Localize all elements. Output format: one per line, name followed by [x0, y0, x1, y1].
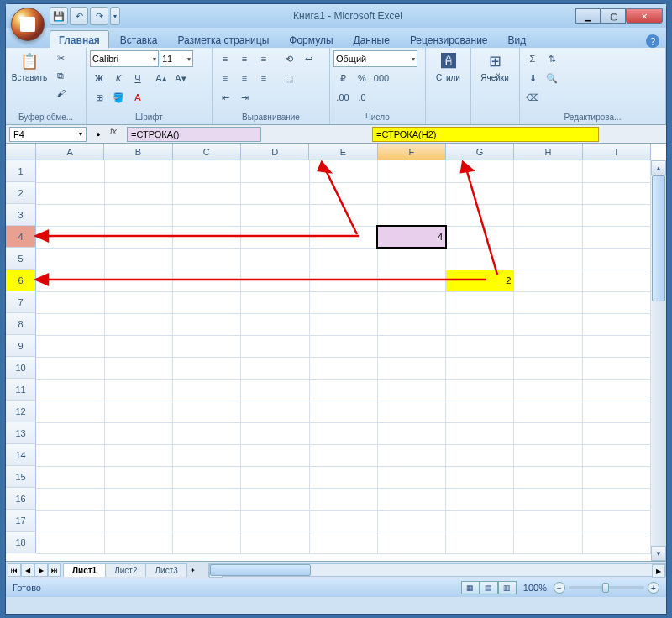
fill-button[interactable]: ⬇ — [523, 70, 542, 86]
new-sheet-button[interactable]: ✦ — [186, 563, 200, 577]
row-header-5[interactable]: 5 — [6, 248, 36, 270]
decrease-decimal-button[interactable]: .0 — [353, 89, 371, 106]
row-header-4[interactable]: 4 — [6, 226, 36, 248]
col-header-c[interactable]: C — [173, 144, 241, 160]
zoom-in-button[interactable]: + — [648, 582, 659, 594]
row-header-9[interactable]: 9 — [6, 335, 36, 357]
horizontal-scrollbar[interactable]: ◀ ▶ — [208, 563, 666, 577]
align-top-button[interactable]: ≡ — [216, 50, 234, 67]
tab-insert[interactable]: Вставка — [111, 30, 167, 48]
row-header-7[interactable]: 7 — [6, 291, 36, 313]
row-header-10[interactable]: 10 — [6, 357, 36, 379]
cell-g6[interactable]: 2 — [446, 270, 514, 291]
decrease-indent-button[interactable]: ⇤ — [216, 89, 234, 106]
cut-button[interactable]: ✂ — [51, 50, 70, 66]
fx-button[interactable]: fx — [110, 127, 125, 142]
close-button[interactable]: ✕ — [626, 8, 663, 24]
save-button[interactable]: 💾 — [50, 7, 68, 25]
row-header-18[interactable]: 18 — [6, 532, 36, 553]
paste-button[interactable]: 📋 Вставить — [9, 50, 50, 112]
maximize-button[interactable]: ▢ — [601, 8, 626, 24]
hscroll-right[interactable]: ▶ — [652, 564, 665, 578]
row-header-2[interactable]: 2 — [6, 182, 36, 204]
orientation-button[interactable]: ⟲ — [280, 50, 298, 67]
italic-button[interactable]: К — [109, 70, 128, 86]
tab-page-layout[interactable]: Разметка страницы — [168, 30, 278, 48]
select-all-corner[interactable] — [6, 144, 36, 160]
sheet-nav-prev[interactable]: ◀ — [21, 563, 34, 577]
copy-button[interactable]: ⧉ — [51, 67, 70, 84]
underline-button[interactable]: Ч — [129, 70, 147, 86]
cells-button[interactable]: ⊞ Ячейки — [475, 50, 515, 121]
borders-button[interactable]: ⊞ — [90, 89, 108, 106]
row-header-12[interactable]: 12 — [6, 401, 36, 422]
comma-button[interactable]: 000 — [372, 70, 391, 86]
sheet-tab-3[interactable]: Лист3 — [145, 563, 186, 577]
col-header-g[interactable]: G — [446, 144, 514, 160]
sort-filter-button[interactable]: ⇅ — [543, 50, 561, 67]
row-header-3[interactable]: 3 — [6, 204, 36, 226]
align-middle-button[interactable]: ≡ — [235, 50, 254, 67]
col-header-e[interactable]: E — [309, 144, 377, 160]
align-center-button[interactable]: ≡ — [235, 70, 254, 86]
zoom-out-button[interactable]: − — [554, 582, 565, 594]
view-pagebreak-button[interactable]: ▥ — [498, 581, 517, 594]
col-header-a[interactable]: A — [36, 144, 104, 160]
row-header-17[interactable]: 17 — [6, 510, 36, 532]
scroll-up-button[interactable]: ▲ — [651, 160, 666, 175]
col-header-i[interactable]: I — [583, 144, 651, 160]
redo-button[interactable]: ↷ — [90, 7, 108, 25]
tab-view[interactable]: Вид — [499, 30, 536, 48]
row-header-15[interactable]: 15 — [6, 466, 36, 488]
view-normal-button[interactable]: ▦ — [461, 581, 480, 594]
zoom-slider[interactable] — [569, 586, 644, 589]
fill-color-button[interactable]: 🪣 — [109, 89, 128, 106]
scroll-thumb[interactable] — [652, 175, 665, 301]
align-left-button[interactable]: ≡ — [216, 70, 234, 86]
increase-decimal-button[interactable]: .00 — [333, 89, 352, 106]
number-format-combo[interactable]: Общий▾ — [333, 50, 417, 67]
tab-data[interactable]: Данные — [344, 30, 399, 48]
sheet-tab-1[interactable]: Лист1 — [63, 563, 106, 577]
help-icon[interactable]: ? — [646, 34, 659, 48]
bold-button[interactable]: Ж — [90, 70, 108, 86]
col-header-d[interactable]: D — [241, 144, 309, 160]
col-header-h[interactable]: H — [514, 144, 582, 160]
clear-button[interactable]: ⌫ — [523, 89, 542, 106]
fx-insert-icon[interactable]: ● — [96, 130, 100, 139]
col-header-b[interactable]: B — [104, 144, 172, 160]
wrap-text-button[interactable]: ↩ — [299, 50, 318, 67]
styles-button[interactable]: 🅰 Стили — [429, 50, 467, 121]
decrease-font-button[interactable]: A▾ — [171, 70, 190, 86]
sheet-tab-2[interactable]: Лист2 — [105, 563, 146, 577]
scroll-down-button[interactable]: ▼ — [651, 546, 666, 561]
cell-f4[interactable]: 4 — [377, 226, 445, 248]
row-header-11[interactable]: 11 — [6, 379, 36, 401]
font-size-combo[interactable]: 11▾ — [160, 50, 193, 67]
minimize-button[interactable]: ▁ — [575, 8, 601, 24]
undo-button[interactable]: ↶ — [70, 7, 88, 25]
row-header-8[interactable]: 8 — [6, 313, 36, 335]
col-header-f[interactable]: F — [378, 144, 446, 160]
row-header-16[interactable]: 16 — [6, 488, 36, 510]
sheet-nav-last[interactable]: ⏭ — [48, 563, 61, 577]
currency-button[interactable]: ₽ — [333, 70, 352, 86]
percent-button[interactable]: % — [353, 70, 371, 86]
align-right-button[interactable]: ≡ — [255, 70, 273, 86]
format-painter-button[interactable]: 🖌 — [51, 85, 70, 102]
office-button[interactable] — [11, 8, 45, 41]
hscroll-thumb[interactable] — [210, 564, 311, 576]
tab-formulas[interactable]: Формулы — [280, 30, 342, 48]
tab-home[interactable]: Главная — [50, 30, 109, 48]
cells-area[interactable]: 4 2 — [36, 160, 651, 561]
row-header-13[interactable]: 13 — [6, 422, 36, 444]
formula-input[interactable]: =СТРОКА() — [127, 127, 261, 142]
qat-customize[interactable]: ▾ — [110, 7, 120, 25]
sheet-nav-first[interactable]: ⏮ — [8, 563, 21, 577]
autosum-button[interactable]: Σ — [523, 50, 542, 67]
tab-review[interactable]: Рецензирование — [401, 30, 497, 48]
row-header-1[interactable]: 1 — [6, 160, 36, 182]
font-name-combo[interactable]: Calibri▾ — [90, 50, 159, 67]
sheet-nav-next[interactable]: ▶ — [34, 563, 48, 577]
align-bottom-button[interactable]: ≡ — [255, 50, 273, 67]
